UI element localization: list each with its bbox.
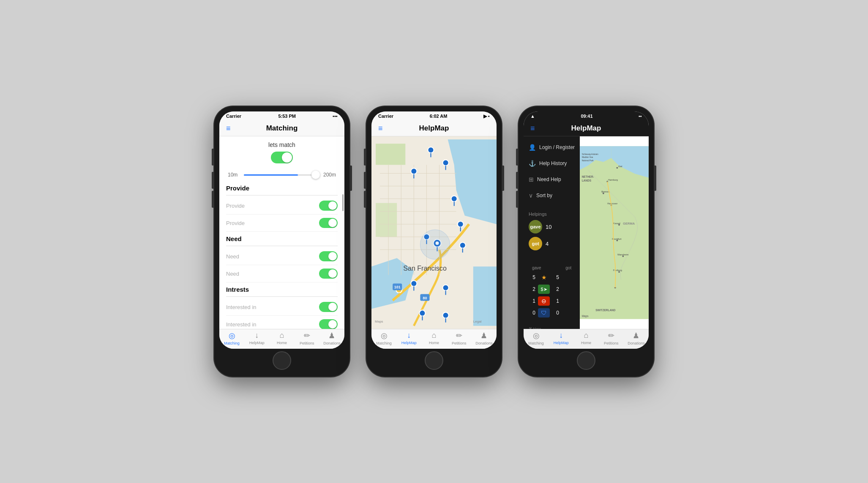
toggle-knob	[328, 303, 337, 311]
user-icon: 👤	[529, 144, 536, 151]
tab-helpmap-2[interactable]: ↓ HelpMap	[396, 331, 421, 345]
europe-map: Kiel Schleswig-Holstein Wadden Sea Natio…	[580, 136, 649, 329]
svg-point-22	[411, 168, 417, 174]
map-container[interactable]: 101 80 San Francisco Maps Legal	[371, 136, 497, 329]
tab-home-3[interactable]: ⌂ Home	[573, 331, 598, 345]
map-screen: 101 80 San Francisco Maps Legal ◎ Matchi	[371, 136, 497, 349]
range-section: 10m 200m	[226, 172, 338, 178]
maps-credit-3: ⌘ Maps	[524, 324, 580, 329]
svg-point-35	[420, 230, 450, 259]
need-label-2: Need	[226, 271, 239, 277]
interest-label-1: Interested in	[226, 304, 257, 310]
phone-1: Carrier 5:53 PM ▪▪▪ ≡ Matching lets matc…	[214, 106, 349, 377]
gave-badge: gave	[529, 220, 542, 233]
time-label-2: 6:02 AM	[430, 114, 448, 119]
match-toggle[interactable]	[271, 152, 293, 163]
home-icon: ⌂	[280, 331, 284, 340]
need-row-1: Need	[226, 248, 338, 265]
menu-icon-1[interactable]: ≡	[226, 124, 231, 133]
stat-row-red: 1 ⊖ 1	[529, 296, 575, 306]
stat-row-shield: 0 🛡 0	[529, 308, 575, 317]
shield-got: 0	[552, 310, 559, 316]
tab-matching-3[interactable]: ◎ Matching	[524, 331, 549, 345]
svg-text:San Francisco: San Francisco	[403, 264, 447, 272]
tab-matching-label-2: Matching	[376, 341, 392, 345]
range-fill	[244, 174, 298, 176]
tab-donations-3[interactable]: ♟ Donations	[624, 331, 649, 345]
svg-text:NETHER-: NETHER-	[582, 175, 594, 178]
toggle-knob	[328, 252, 337, 260]
shield-icon: 🛡	[538, 308, 550, 317]
need-toggle-2[interactable]	[319, 269, 338, 279]
star-icon: ★	[538, 273, 550, 282]
phone-2-screen: Carrier 6:02 AM ▶ ▪ ≡ HelpMap	[371, 111, 497, 349]
plus-box-icon: ⊞	[529, 176, 534, 183]
tab-helpmap-1[interactable]: ↓ HelpMap	[244, 331, 269, 345]
menu-icon-2[interactable]: ≡	[378, 124, 383, 133]
sidebar-login[interactable]: 👤 Login / Register	[524, 140, 580, 155]
tab-home-1[interactable]: ⌂ Home	[269, 331, 294, 345]
tab-donations-1[interactable]: ♟ Donations	[319, 331, 344, 345]
menu-icon-3[interactable]: ≡	[530, 124, 535, 133]
svg-text:Wadden Sea: Wadden Sea	[582, 156, 593, 158]
tab-petitions-1[interactable]: ✏ Petitions	[295, 331, 319, 345]
svg-point-26	[458, 221, 464, 227]
home-button-3[interactable]	[577, 351, 595, 370]
got-badge: got	[529, 237, 542, 250]
provide-row-1: Provide	[226, 197, 338, 214]
tab-matching-2[interactable]: ◎ Matching	[371, 331, 396, 345]
svg-point-36	[411, 280, 417, 286]
interest-toggle-1[interactable]	[319, 302, 338, 312]
red-icon: ⊖	[538, 296, 550, 306]
tab-home-2[interactable]: ⌂ Home	[421, 331, 446, 345]
tab-petitions-label-2: Petitions	[452, 341, 467, 345]
petitions-icon-2: ✏	[456, 331, 462, 340]
provide-label-1: Provide	[226, 203, 245, 209]
phone-2: Carrier 6:02 AM ▶ ▪ ≡ HelpMap	[366, 106, 502, 377]
sidebar-help-history[interactable]: ⚓ Help History	[524, 156, 580, 171]
toggle-knob	[328, 219, 337, 227]
svg-text:Bremen: Bremen	[601, 190, 610, 193]
tab-home-label: Home	[277, 341, 287, 345]
tab-donations-2[interactable]: ♟ Donations	[472, 331, 497, 345]
tab-bar-3: ◎ Matching ↓ HelpMap ⌂ Home ✏ Petitions	[524, 329, 649, 349]
donations-icon: ♟	[328, 331, 335, 340]
donations-icon-2: ♟	[480, 331, 487, 340]
sidebar-need-help[interactable]: ⊞ Need Help	[524, 172, 580, 187]
home-button-1[interactable]	[273, 351, 291, 370]
need-label-1: Need	[226, 253, 239, 260]
tab-helpmap-3[interactable]: ↓ HelpMap	[549, 331, 573, 345]
petitions-icon-3: ✏	[608, 331, 614, 340]
home-button-2[interactable]	[425, 351, 443, 370]
svg-text:National Park: National Park	[582, 160, 594, 162]
sort-by-label: Sort by	[536, 193, 552, 198]
svg-text:Maps: Maps	[375, 320, 383, 323]
svg-point-40	[419, 310, 425, 316]
need-row-2: Need	[226, 265, 338, 282]
gave-col-label: gave	[532, 266, 541, 270]
carrier-label-2: Carrier	[378, 114, 393, 119]
got-value: 4	[546, 241, 549, 247]
app-header-1: ≡ Matching	[219, 121, 344, 136]
interest-row-1: Interested in	[226, 298, 338, 316]
sidebar-sort-by[interactable]: ∨ Sort by	[524, 188, 580, 203]
interests-title: Intrests	[226, 286, 338, 293]
svg-rect-3	[473, 266, 497, 326]
tab-petitions-2[interactable]: ✏ Petitions	[447, 331, 472, 345]
time-label: 5:53 PM	[278, 114, 296, 119]
star-gave: 5	[529, 274, 535, 280]
red-gave: 1	[529, 298, 535, 304]
tab-matching-1[interactable]: ◎ Matching	[219, 331, 244, 345]
sf-map: 101 80 San Francisco Maps Legal	[371, 136, 497, 329]
battery-icon-3: ▪▪	[639, 114, 642, 119]
range-track[interactable]	[244, 174, 316, 176]
helpings-section: Helpings gave 10 got	[524, 208, 580, 257]
provide-toggle-1[interactable]	[319, 201, 338, 211]
tab-petitions-3[interactable]: ✏ Petitions	[599, 331, 624, 345]
interest-toggle-2[interactable]	[319, 319, 338, 329]
need-toggle-1[interactable]	[319, 251, 338, 261]
helpings-title: Helpings	[529, 212, 575, 217]
tab-donations-label: Donations	[323, 341, 341, 345]
svg-point-18	[428, 147, 434, 153]
provide-toggle-2[interactable]	[319, 218, 338, 228]
